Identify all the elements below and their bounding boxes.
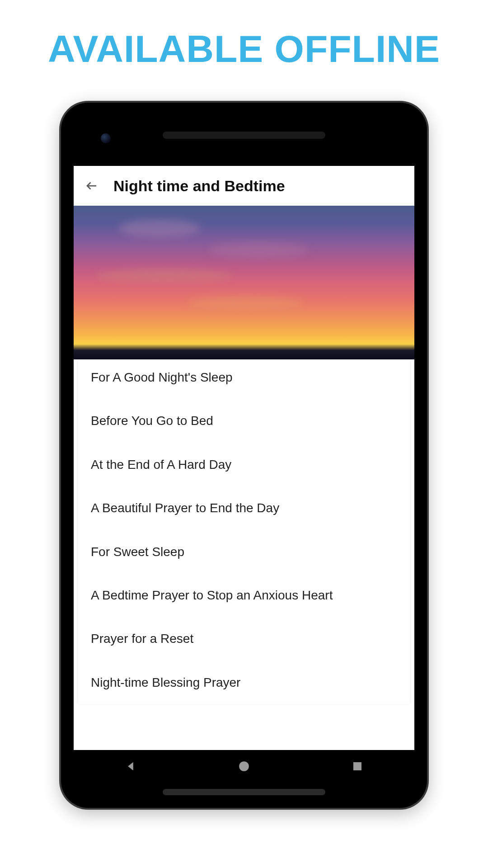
list-item-label: Night-time Blessing Prayer bbox=[91, 675, 240, 689]
list-item-label: A Beautiful Prayer to End the Day bbox=[91, 501, 279, 515]
prayer-list: For A Good Night's Sleep Before You Go t… bbox=[78, 356, 410, 704]
list-item[interactable]: Prayer for a Reset bbox=[78, 617, 410, 660]
app-bar: Night time and Bedtime bbox=[74, 166, 414, 206]
nav-recent-icon[interactable] bbox=[347, 756, 367, 776]
page-title: Night time and Bedtime bbox=[113, 177, 285, 195]
list-item[interactable]: For A Good Night's Sleep bbox=[78, 356, 410, 399]
nav-back-icon[interactable] bbox=[121, 756, 141, 776]
speaker-grille bbox=[163, 789, 325, 795]
app-screen: Night time and Bedtime For A Good Night'… bbox=[74, 166, 414, 750]
svg-rect-2 bbox=[353, 762, 361, 770]
list-item[interactable]: A Beautiful Prayer to End the Day bbox=[78, 486, 410, 530]
android-nav-bar bbox=[74, 750, 414, 783]
speaker-grille bbox=[163, 132, 325, 139]
list-item-label: A Bedtime Prayer to Stop an Anxious Hear… bbox=[91, 588, 333, 602]
list-item[interactable]: A Bedtime Prayer to Stop an Anxious Hear… bbox=[78, 574, 410, 617]
nav-home-icon[interactable] bbox=[234, 756, 254, 776]
camera-dot bbox=[101, 133, 111, 143]
list-item-label: At the End of A Hard Day bbox=[91, 458, 231, 472]
list-item[interactable]: For Sweet Sleep bbox=[78, 530, 410, 574]
hero-sunset-image bbox=[74, 206, 414, 359]
back-arrow-icon[interactable] bbox=[81, 175, 103, 197]
list-item-label: For A Good Night's Sleep bbox=[91, 370, 233, 384]
list-item-label: Prayer for a Reset bbox=[91, 632, 193, 646]
list-item[interactable]: At the End of A Hard Day bbox=[78, 443, 410, 486]
list-item[interactable]: Night-time Blessing Prayer bbox=[78, 661, 410, 704]
list-item-label: For Sweet Sleep bbox=[91, 545, 184, 559]
svg-point-1 bbox=[239, 761, 249, 771]
promo-headline: AVAILABLE OFFLINE bbox=[0, 0, 488, 89]
list-item[interactable]: Before You Go to Bed bbox=[78, 399, 410, 443]
list-item-label: Before You Go to Bed bbox=[91, 414, 213, 428]
phone-mockup: Night time and Bedtime For A Good Night'… bbox=[61, 103, 427, 808]
